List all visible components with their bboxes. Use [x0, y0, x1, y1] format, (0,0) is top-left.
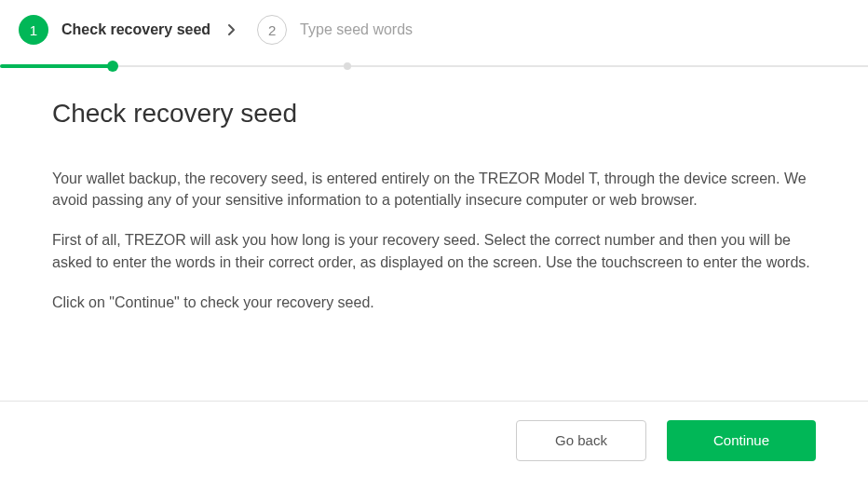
footer: Go back Continue: [0, 402, 868, 477]
paragraph-1: Your wallet backup, the recovery seed, i…: [52, 168, 816, 211]
step-2-label: Type seed words: [300, 21, 413, 38]
step-2-number: 2: [268, 22, 276, 38]
paragraph-2: First of all, TREZOR will ask you how lo…: [52, 229, 816, 272]
step-2-circle: 2: [257, 15, 287, 45]
go-back-button[interactable]: Go back: [516, 420, 646, 461]
continue-button[interactable]: Continue: [667, 420, 816, 461]
step-1-circle: 1: [19, 15, 48, 45]
step-1-number: 1: [30, 22, 37, 38]
chevron-right-icon: [227, 23, 237, 36]
progress-track: [0, 65, 868, 67]
stepper: 1 Check recovery seed 2 Type seed words: [0, 0, 868, 65]
page-title: Check recovery seed: [52, 99, 816, 129]
progress-dot-active: [107, 61, 118, 72]
progress-fill: [0, 64, 113, 68]
content-area: Check recovery seed Your wallet backup, …: [0, 67, 868, 350]
paragraph-3: Click on "Continue" to check your recove…: [52, 292, 816, 313]
step-1-label: Check recovery seed: [61, 21, 210, 38]
progress-dot-inactive: [344, 62, 351, 70]
